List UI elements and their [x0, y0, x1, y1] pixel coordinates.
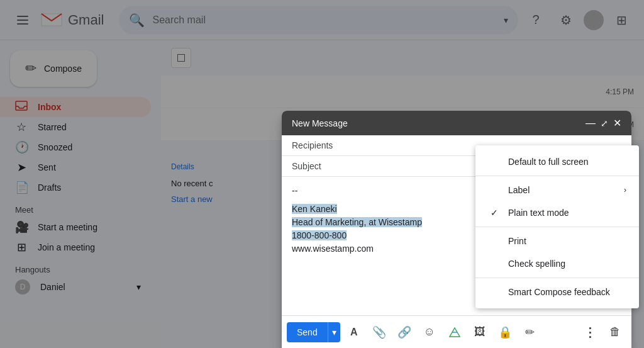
signature-name-text: Ken Kaneki — [292, 204, 337, 214]
insert-photo-button[interactable]: 🖼 — [469, 321, 491, 344]
compose-header[interactable]: New Message — ⤢ ✕ — [282, 111, 631, 135]
compose-body: Recipients Subject -- Ken Kaneki Head of… — [282, 135, 631, 348]
menu-label-label: Label — [508, 185, 530, 195]
menu-label-default-full-screen: Default to full screen — [508, 157, 589, 167]
compose-toolbar: Send ▾ A 📎 🔗 ☺ 🖼 🔒 ✏ ⋮ Default to full — [282, 315, 631, 348]
signature-button[interactable]: ✏ — [519, 321, 541, 344]
menu-item-smart-compose[interactable]: Smart Compose feedback — [475, 281, 639, 303]
recipients-label: Recipients — [292, 140, 336, 150]
check-plain-text: ✓ — [488, 208, 501, 218]
menu-label-plain-text: Plain text mode — [508, 208, 569, 218]
menu-label-check-spelling: Check spelling — [508, 259, 565, 269]
subject-label: Subject — [292, 161, 336, 171]
compose-title: New Message — [292, 118, 586, 128]
signature-website-text: www.wisestamp.com — [292, 244, 374, 254]
menu-item-check-spelling[interactable]: Check spelling — [475, 252, 639, 275]
send-button[interactable]: Send — [287, 322, 328, 342]
close-icon[interactable]: ✕ — [613, 117, 621, 129]
minimize-icon[interactable]: — — [586, 118, 596, 129]
menu-item-default-full-screen[interactable]: Default to full screen — [475, 150, 639, 173]
send-dropdown-button[interactable]: ▾ — [328, 322, 340, 342]
send-button-group: Send ▾ — [287, 322, 340, 342]
menu-item-label[interactable]: Label › — [475, 179, 639, 201]
more-options-button[interactable]: ⋮ Default to full screen Label › ✓ — [579, 321, 601, 344]
menu-item-print[interactable]: Print — [475, 230, 639, 252]
signature-title-text: Head of Marketing, at Wisestamp — [292, 217, 422, 227]
format-text-button[interactable]: A — [343, 321, 365, 344]
signature-phone-text: 1800-800-800 — [292, 230, 347, 240]
more-options-icon[interactable]: ⋮ — [579, 321, 601, 344]
insert-link-button[interactable]: 🔗 — [393, 321, 416, 344]
label-arrow-icon: › — [624, 186, 626, 194]
menu-label-smart-compose: Smart Compose feedback — [508, 287, 610, 297]
google-drive-button[interactable] — [443, 321, 466, 344]
fullscreen-icon[interactable]: ⤢ — [601, 118, 608, 128]
menu-label-print: Print — [508, 236, 526, 246]
compose-window: New Message — ⤢ ✕ Recipients Subject -- … — [282, 111, 631, 348]
menu-item-plain-text[interactable]: ✓ Plain text mode — [475, 201, 639, 224]
insert-emoji-button[interactable]: ☺ — [418, 321, 441, 344]
menu-divider-2 — [475, 227, 639, 227]
confidential-button[interactable]: 🔒 — [494, 321, 516, 344]
compose-header-icons: — ⤢ ✕ — [586, 117, 621, 129]
menu-divider-1 — [475, 176, 639, 176]
dropdown-menu: Default to full screen Label › ✓ Plain t… — [475, 145, 639, 308]
delete-button[interactable]: 🗑 — [604, 321, 626, 344]
menu-divider-3 — [475, 278, 639, 278]
attach-file-button[interactable]: 📎 — [368, 321, 391, 344]
